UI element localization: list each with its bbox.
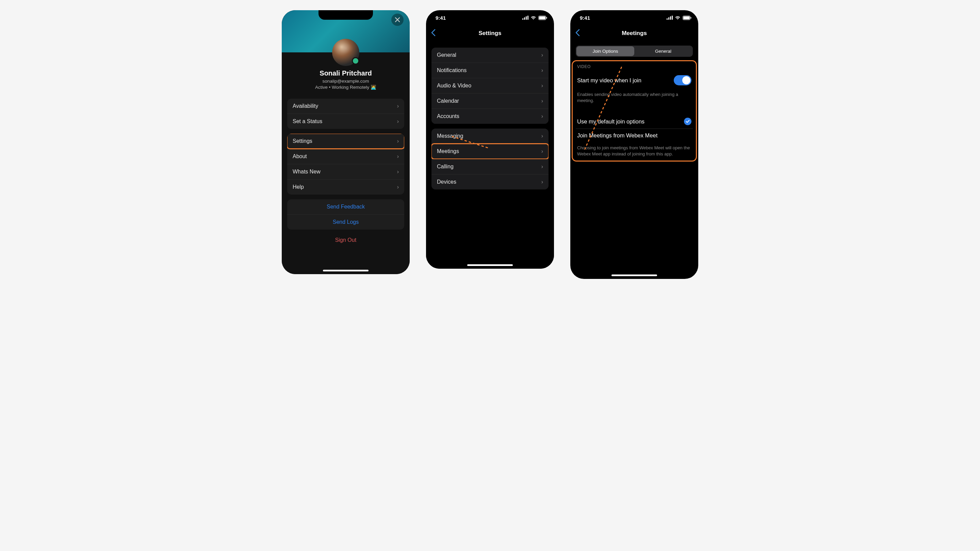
- cellular-icon: [667, 16, 673, 20]
- row-label: Devices: [437, 179, 456, 185]
- row-use-default[interactable]: Use my default join options: [576, 114, 693, 129]
- row-label: Help: [293, 184, 304, 190]
- cellular-icon: [522, 16, 528, 20]
- toggle-start-video[interactable]: [674, 75, 692, 86]
- chevron-right-icon: ›: [541, 113, 543, 119]
- chevron-right-icon: ›: [397, 138, 399, 144]
- statusbar-time: 9:41: [436, 15, 446, 21]
- row-label: Whats New: [293, 169, 321, 175]
- setting-label: Use my default join options: [577, 118, 644, 125]
- chevron-right-icon: ›: [541, 98, 543, 104]
- desc-start-video: Enables sending video automatically when…: [576, 89, 693, 110]
- svg-rect-7: [691, 17, 692, 19]
- chevron-right-icon: ›: [541, 67, 543, 73]
- chevron-right-icon: ›: [541, 83, 543, 89]
- row-label: Availability: [293, 103, 318, 109]
- phone-settings: 9:41 Settings General › Notifications: [426, 10, 554, 269]
- svg-rect-3: [539, 16, 546, 19]
- chevron-right-icon: ›: [397, 184, 399, 190]
- chevron-right-icon: ›: [541, 148, 543, 154]
- svg-rect-4: [546, 17, 547, 19]
- nav-title: Settings: [479, 30, 501, 37]
- profile-email: sonalip@example.com: [282, 79, 410, 84]
- statusbar-time: 9:41: [580, 15, 590, 21]
- svg-rect-6: [683, 16, 690, 19]
- wifi-icon: [530, 16, 536, 20]
- row-messaging[interactable]: Messaging ›: [431, 129, 549, 144]
- row-about[interactable]: About ›: [287, 149, 404, 164]
- back-button[interactable]: [575, 29, 580, 38]
- row-start-video: Start my video when I join: [576, 72, 693, 89]
- row-whats-new[interactable]: Whats New ›: [287, 164, 404, 179]
- chevron-right-icon: ›: [541, 164, 543, 170]
- phone-profile: Sonali Pritchard sonalip@example.com Act…: [282, 10, 410, 274]
- link-send-feedback[interactable]: Send Feedback: [287, 199, 404, 214]
- row-label: Accounts: [437, 113, 460, 119]
- desc-join-from-meet: Choosing to join meetings from Webex Mee…: [576, 142, 693, 163]
- row-set-status[interactable]: Set a Status ›: [287, 114, 404, 129]
- segmented-control: Join Options General: [576, 46, 693, 57]
- close-button[interactable]: [391, 14, 404, 26]
- seg-join-options[interactable]: Join Options: [576, 46, 634, 56]
- chevron-right-icon: ›: [541, 133, 543, 139]
- row-label: About: [293, 153, 307, 159]
- row-label: General: [437, 52, 456, 58]
- row-notifications[interactable]: Notifications ›: [431, 63, 549, 78]
- row-label: Audio & Video: [437, 83, 471, 89]
- row-label: Set a Status: [293, 118, 322, 124]
- row-audio-video[interactable]: Audio & Video ›: [431, 78, 549, 94]
- chevron-right-icon: ›: [541, 52, 543, 58]
- statusbar-indicators: [522, 16, 547, 20]
- setting-label: Join Meetings from Webex Meet: [577, 132, 657, 139]
- setting-label: Start my video when I join: [577, 77, 641, 84]
- row-calling[interactable]: Calling ›: [431, 159, 549, 175]
- row-label: Messaging: [437, 133, 463, 139]
- seg-general[interactable]: General: [634, 46, 692, 56]
- row-meetings[interactable]: Meetings ›: [431, 144, 549, 159]
- row-join-from-meet[interactable]: Join Meetings from Webex Meet: [576, 129, 693, 142]
- battery-icon: [538, 16, 547, 20]
- row-calendar[interactable]: Calendar ›: [431, 94, 549, 109]
- profile-status: Active • Working Remotely 🧑‍💻: [282, 84, 410, 90]
- phone-meetings: 9:41 Meetings Join Options General VIDEO…: [570, 10, 698, 279]
- row-devices[interactable]: Devices ›: [431, 175, 549, 189]
- row-help[interactable]: Help ›: [287, 179, 404, 195]
- chevron-right-icon: ›: [397, 118, 399, 124]
- link-sign-out[interactable]: Sign Out: [287, 230, 404, 251]
- chevron-right-icon: ›: [397, 103, 399, 109]
- check-icon: [684, 118, 692, 125]
- chevron-right-icon: ›: [541, 179, 543, 185]
- profile-name: Sonali Pritchard: [282, 69, 410, 77]
- row-availability[interactable]: Availability ›: [287, 98, 404, 114]
- row-label: Calling: [437, 164, 453, 170]
- row-label: Settings: [293, 138, 312, 144]
- row-general[interactable]: General ›: [431, 48, 549, 63]
- statusbar-indicators: [667, 16, 692, 20]
- chevron-right-icon: ›: [397, 153, 399, 159]
- nav-title: Meetings: [622, 30, 647, 37]
- row-label: Meetings: [437, 148, 459, 154]
- section-label-video: VIDEO: [576, 58, 693, 72]
- presence-indicator-icon: [352, 57, 360, 65]
- row-accounts[interactable]: Accounts ›: [431, 109, 549, 124]
- row-label: Calendar: [437, 98, 459, 104]
- chevron-right-icon: ›: [397, 169, 399, 175]
- wifi-icon: [675, 16, 681, 20]
- row-settings[interactable]: Settings ›: [287, 134, 404, 149]
- link-send-logs[interactable]: Send Logs: [287, 214, 404, 230]
- battery-icon: [682, 16, 692, 20]
- row-label: Notifications: [437, 67, 466, 73]
- back-button[interactable]: [431, 29, 436, 38]
